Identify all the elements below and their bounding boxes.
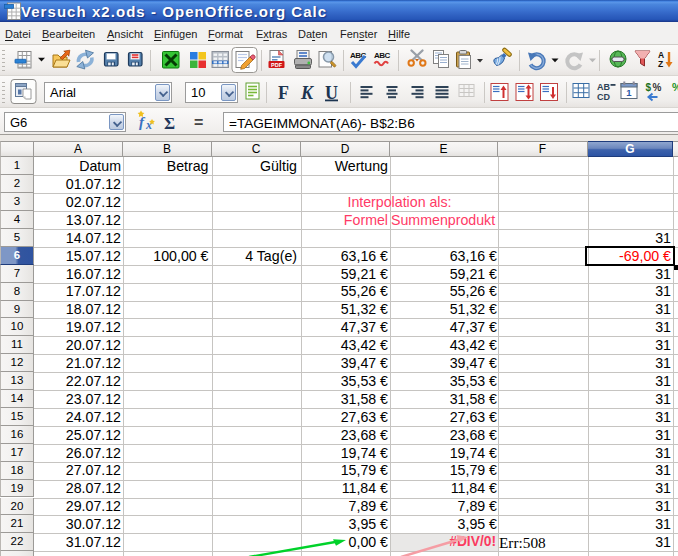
svg-text:%: % bbox=[672, 81, 678, 93]
svg-text:K: K bbox=[300, 83, 315, 103]
svg-text:U: U bbox=[325, 83, 338, 103]
svg-text:Z: Z bbox=[658, 59, 663, 69]
svg-text:=: = bbox=[194, 114, 203, 131]
svg-text:AB: AB bbox=[597, 82, 610, 92]
svg-text:x: x bbox=[145, 118, 152, 132]
svg-text:%: % bbox=[653, 82, 662, 93]
svg-text:F: F bbox=[278, 83, 289, 103]
svg-text:$: $ bbox=[646, 82, 652, 93]
svg-text:ABC: ABC bbox=[374, 51, 391, 60]
svg-text:PDF: PDF bbox=[271, 62, 283, 68]
svg-text:Σ: Σ bbox=[164, 114, 175, 133]
svg-text:1: 1 bbox=[626, 87, 632, 98]
svg-text:CD: CD bbox=[597, 92, 610, 102]
